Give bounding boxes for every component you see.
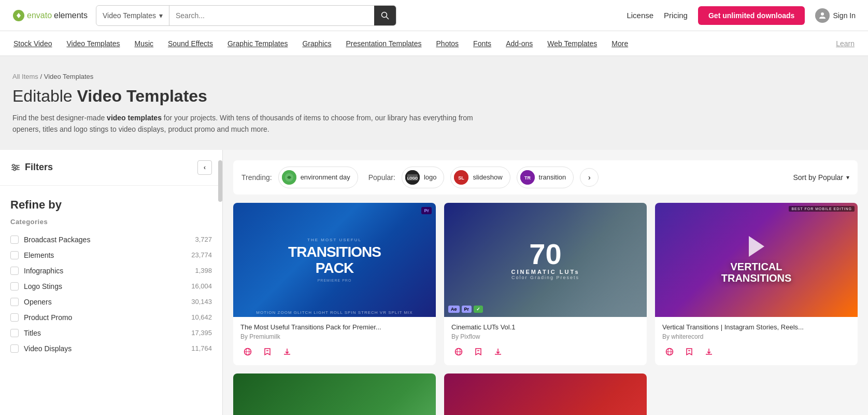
category-product-promo[interactable]: Product Promo 10,642 — [10, 310, 212, 325]
sidebar-scroll-area[interactable]: Refine by Categories Broadcast Packages … — [0, 186, 222, 415]
bookmark-icon-3[interactable] — [682, 344, 696, 359]
nav-item-stock-video[interactable]: Stock Video — [12, 31, 53, 56]
sidebar-collapse-button[interactable]: ‹ — [197, 160, 212, 175]
pr-badge-2: Pr — [462, 306, 472, 313]
item-actions-3 — [662, 344, 850, 359]
search-icon — [381, 11, 389, 20]
category-checkbox-titles[interactable] — [10, 329, 19, 337]
category-checkbox-product-promo[interactable] — [10, 313, 19, 322]
tag-icon-slideshow: SL — [454, 170, 468, 185]
tag-slideshow[interactable]: SL slideshow — [450, 167, 510, 188]
nav-item-video-templates[interactable]: Video Templates — [65, 31, 121, 56]
items-grid: Pr THE MOST USEFUL TRANSITIONSPACK PREMI… — [233, 203, 858, 415]
nav-license[interactable]: License — [627, 11, 653, 20]
category-checkbox-logo-stings[interactable] — [10, 282, 19, 290]
chevron-left-icon: ‹ — [204, 164, 206, 171]
nav-item-music[interactable]: Music — [133, 31, 154, 56]
nav-pricing[interactable]: Pricing — [664, 11, 688, 20]
premiere-badge: Pr — [421, 207, 432, 214]
category-checkbox-broadcast[interactable] — [10, 236, 19, 244]
tag-icon-transition: TR — [520, 170, 535, 185]
logo-icon — [12, 9, 25, 22]
category-count-product-promo: 10,642 — [191, 313, 212, 321]
best-mobile-badge: BEST FOR MOBILE EDITING — [789, 206, 855, 212]
bookmark-icon-2[interactable] — [471, 344, 486, 359]
sort-by-dropdown[interactable]: Sort by Popular ▾ — [793, 173, 850, 182]
item-card-lower-thirds[interactable]: Lower Thirds Pack By motionarray — [233, 374, 436, 415]
category-checkbox-elements[interactable] — [10, 251, 19, 259]
category-openers[interactable]: Openers 30,143 — [10, 294, 212, 310]
tag-slideshow-label: slideshow — [473, 173, 502, 181]
item-card-transitions-pack[interactable]: Pr THE MOST USEFUL TRANSITIONSPACK PREMI… — [233, 203, 436, 365]
tag-logo[interactable]: LOGO logo — [402, 167, 445, 188]
category-infographics[interactable]: Infographics 1,398 — [10, 263, 212, 279]
hero-section: All Items / Video Templates Editable Vid… — [0, 56, 868, 150]
tag-env-label: environment day — [301, 173, 350, 181]
globe-icon-3[interactable] — [662, 344, 677, 359]
thumb-70-text: 70 — [529, 240, 561, 269]
category-name-video-displays: Video Displays — [24, 344, 186, 353]
nav-item-presentation-templates[interactable]: Presentation Templates — [345, 31, 422, 56]
ae-badge: Ae — [448, 306, 460, 313]
sidebar-filter-area: Filters — [10, 162, 53, 173]
svg-text:SL: SL — [459, 175, 465, 181]
item-card-vertical-transitions[interactable]: BEST FOR MOBILE EDITING VERTICALTRANSITI… — [655, 203, 858, 365]
download-svg-2 — [494, 348, 502, 356]
item-card-cinematic-luts[interactable]: 70 CINEMATIC LUTs Color Grading Presets … — [444, 203, 647, 365]
category-titles[interactable]: Titles 17,395 — [10, 325, 212, 341]
breadcrumb-separator: / — [40, 73, 44, 80]
category-name-titles: Titles — [24, 329, 186, 337]
category-video-displays[interactable]: Video Displays 11,764 — [10, 341, 212, 356]
nav-item-photos[interactable]: Photos — [435, 31, 460, 56]
category-logo-stings[interactable]: Logo Stings 16,004 — [10, 279, 212, 294]
nav-item-graphics[interactable]: Graphics — [301, 31, 332, 56]
item-card-cinematic-title[interactable]: Cinematic Title Sequence By videocraft — [444, 374, 647, 415]
search-input[interactable] — [169, 6, 374, 25]
category-broadcast-packages[interactable]: Broadcast Packages 3,727 — [10, 232, 212, 247]
download-icon-1[interactable] — [280, 344, 294, 359]
svg-line-2 — [386, 17, 389, 19]
logo-tag-icon: LOGO — [405, 170, 420, 185]
globe-icon-2[interactable] — [451, 344, 466, 359]
category-name-openers: Openers — [24, 298, 186, 306]
breadcrumb-all-items[interactable]: All Items — [12, 73, 38, 80]
nav-item-learn[interactable]: Learn — [835, 31, 856, 56]
tag-transition-label: transition — [539, 173, 566, 181]
item-thumbnail-lower — [233, 374, 436, 415]
trending-bar: Trending: environment day Popular: — [233, 160, 858, 195]
globe-svg-3 — [665, 348, 674, 356]
transition-icon: TR — [520, 170, 535, 185]
search-category-dropdown[interactable]: Video Templates ▾ — [96, 6, 169, 25]
tag-transition[interactable]: TR transition — [517, 167, 574, 188]
nav-item-fonts[interactable]: Fonts — [472, 31, 492, 56]
search-button[interactable] — [374, 6, 396, 25]
item-author-2: By Pixflow — [451, 333, 639, 340]
download-icon-3[interactable] — [702, 344, 716, 359]
bookmark-icon-1[interactable] — [260, 344, 275, 359]
logo[interactable]: envatoelements — [12, 9, 88, 22]
globe-icon-1[interactable] — [240, 344, 255, 359]
item-thumbnail-luts: 70 CINEMATIC LUTs Color Grading Presets … — [444, 203, 647, 317]
download-svg-3 — [705, 348, 713, 356]
nav-item-sound-effects[interactable]: Sound Effects — [167, 31, 214, 56]
nav-item-more[interactable]: More — [610, 31, 629, 56]
nav-item-add-ons[interactable]: Add-ons — [505, 31, 534, 56]
user-icon — [818, 11, 827, 20]
nav-item-graphic-templates[interactable]: Graphic Templates — [226, 31, 289, 56]
category-elements[interactable]: Elements 23,774 — [10, 247, 212, 263]
nav-item-web-templates[interactable]: Web Templates — [546, 31, 598, 56]
get-unlimited-button[interactable]: Get unlimited downloads — [698, 6, 805, 25]
download-icon-2[interactable] — [491, 344, 505, 359]
tags-next-button[interactable]: › — [580, 168, 599, 187]
sidebar-scrollbar-thumb[interactable] — [218, 160, 222, 202]
category-checkbox-infographics[interactable] — [10, 267, 19, 275]
category-count-video-displays: 11,764 — [191, 344, 212, 352]
item-title-3: Vertical Transitions | Instagram Stories… — [662, 323, 850, 331]
tag-environment-day[interactable]: environment day — [278, 167, 358, 188]
chevron-down-icon: ▾ — [159, 11, 163, 20]
category-checkbox-video-displays[interactable] — [10, 344, 19, 353]
category-checkbox-openers[interactable] — [10, 298, 19, 306]
item-info-1: The Most Useful Transitions Pack for Pre… — [233, 317, 436, 365]
svg-point-7 — [12, 164, 15, 167]
sign-in-button[interactable]: Sign In — [815, 8, 856, 23]
